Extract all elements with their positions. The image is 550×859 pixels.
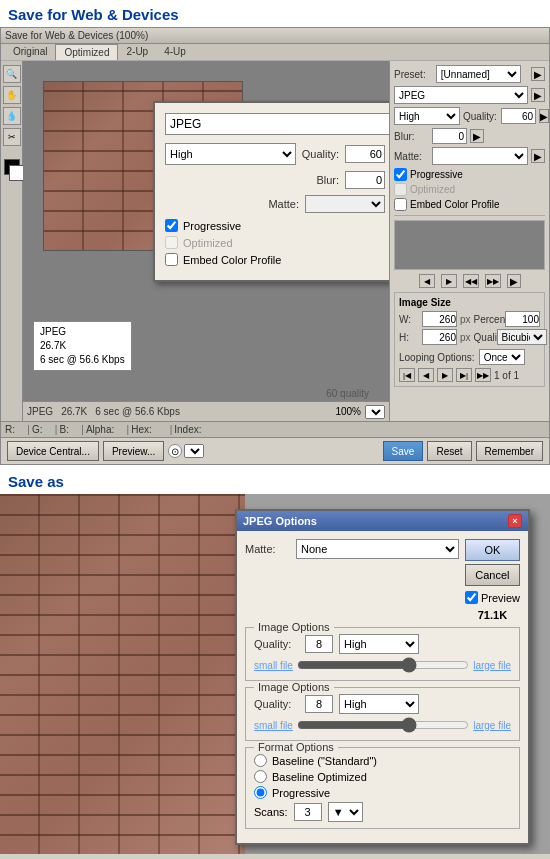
- sfw-window: Save for Web & Devices (100%) Original O…: [0, 27, 550, 465]
- dialog-quality-label: Quality:: [302, 148, 339, 160]
- progressive-radio[interactable]: [254, 786, 267, 799]
- optimized-checkbox[interactable]: [394, 183, 407, 196]
- preview-checkbox[interactable]: [465, 591, 478, 604]
- tab-2up[interactable]: 2-Up: [118, 44, 156, 60]
- device-central-button[interactable]: Device Central...: [7, 441, 99, 461]
- quality-select[interactable]: Low Medium High Very High Maximum: [394, 107, 460, 125]
- info-size: 26.7K: [40, 339, 125, 353]
- hand-tool[interactable]: ✋: [3, 86, 21, 104]
- matte-label-jod: Matte:: [245, 543, 290, 555]
- format-options-group: Format Options Baseline ("Standard") Bas…: [245, 747, 520, 829]
- quality-select-jod2[interactable]: Low Medium High Very High Maximum: [339, 694, 419, 714]
- embed-color-row: Embed Color Profile: [394, 198, 545, 211]
- jod-title-text: JPEG Options: [243, 515, 317, 527]
- r-value: [17, 424, 25, 435]
- quality-slider1[interactable]: [297, 658, 469, 672]
- dialog-format-select[interactable]: JPEG PNG-8 PNG-24 GIF: [165, 113, 389, 135]
- scans-label: Scans:: [254, 806, 288, 818]
- anim-prev-btn[interactable]: ◀: [418, 368, 434, 382]
- anim-last-btn[interactable]: ▶▶: [475, 368, 491, 382]
- reset-button[interactable]: Reset: [427, 441, 471, 461]
- ok-button[interactable]: OK: [465, 539, 520, 561]
- looping-select[interactable]: Once: [479, 349, 525, 365]
- matte-select-jod[interactable]: None: [296, 539, 459, 559]
- preview-button[interactable]: Preview...: [103, 441, 164, 461]
- sfw-section-title: Save for Web & Devices: [0, 0, 550, 27]
- anim-play-btn[interactable]: ▶: [437, 368, 453, 382]
- right-panel-expand[interactable]: ▶: [507, 274, 521, 288]
- percent-input[interactable]: [505, 311, 540, 327]
- jod-close-button[interactable]: ×: [508, 514, 522, 528]
- scans-input[interactable]: [294, 803, 322, 821]
- anim-next-btn[interactable]: ▶|: [456, 368, 472, 382]
- preset-expand-btn[interactable]: ▶: [531, 67, 545, 81]
- image-size-panel: Image Size W: px Percent: H: px Quality:…: [394, 292, 545, 387]
- preset-select[interactable]: [Unnamed]: [436, 65, 521, 83]
- dialog-quality-input[interactable]: [345, 145, 385, 163]
- scans-row: Scans: ▼: [254, 802, 511, 822]
- tab-4up[interactable]: 4-Up: [156, 44, 194, 60]
- baseline-opt-row: Baseline Optimized: [254, 770, 511, 783]
- progressive-row: Progressive: [394, 168, 545, 181]
- dialog-matte-select[interactable]: [305, 195, 385, 213]
- status-time: 6 sec @ 56.6 Kbps: [95, 406, 180, 417]
- quality-expand-btn[interactable]: ▶: [539, 109, 549, 123]
- jod-body: Matte: None OK Cancel Preview 71.1K: [237, 531, 528, 843]
- baseline-label: Baseline ("Standard"): [272, 755, 377, 767]
- index-value: [204, 424, 212, 435]
- animation-row: Looping Options: Once: [399, 349, 540, 365]
- display-select[interactable]: ▼: [184, 444, 204, 458]
- quality-input-jod1[interactable]: [305, 635, 333, 653]
- save-button[interactable]: Save: [383, 441, 424, 461]
- g-value: [45, 424, 53, 435]
- embed-color-checkbox[interactable]: [394, 198, 407, 211]
- preview-expand-btn1[interactable]: ◀: [419, 274, 435, 288]
- format-select[interactable]: JPEG PNG-8 PNG-24 GIF: [394, 86, 528, 104]
- jpeg-options-dialog: JPEG Options × Matte: None OK Cancel: [235, 509, 530, 845]
- anim-first-btn[interactable]: |◀: [399, 368, 415, 382]
- progressive-checkbox[interactable]: [394, 168, 407, 181]
- baseline-radio[interactable]: [254, 754, 267, 767]
- dialog-embed-checkbox[interactable]: [165, 253, 178, 266]
- save-as-content: JPEG Options × Matte: None OK Cancel: [0, 494, 550, 854]
- dialog-progressive-checkbox[interactable]: [165, 219, 178, 232]
- status-zoom-value: 100%: [335, 406, 361, 417]
- dialog-blur-input[interactable]: [345, 171, 385, 189]
- save-as-section-title: Save as: [0, 465, 550, 494]
- preview-expand-btn2[interactable]: ▶: [441, 274, 457, 288]
- jod-titlebar: JPEG Options ×: [237, 511, 528, 531]
- alpha-value: [116, 424, 124, 435]
- image-info-overlay: JPEG 26.7K 6 sec @ 56.6 Kbps: [33, 321, 132, 371]
- format-expand-btn[interactable]: ▶: [531, 88, 545, 102]
- height-label: H:: [399, 332, 419, 343]
- dialog-optimized-checkbox[interactable]: [165, 236, 178, 249]
- scans-select[interactable]: ▼: [328, 802, 363, 822]
- quality-badge: 60 quality: [326, 388, 369, 399]
- eyedropper-tool[interactable]: 💧: [3, 107, 21, 125]
- tab-optimized[interactable]: Optimized: [55, 44, 118, 60]
- matte-expand-btn[interactable]: ▶: [531, 149, 545, 163]
- resample-select[interactable]: Bicubic: [497, 329, 547, 345]
- matte-select[interactable]: [432, 147, 528, 165]
- height-row: H: px Quality: Bicubic: [399, 329, 540, 345]
- zoom-tool[interactable]: 🔍: [3, 65, 21, 83]
- status-zoom-select[interactable]: ▼: [365, 405, 385, 419]
- quality-select-jod1[interactable]: Low Medium High Very High Maximum: [339, 634, 419, 654]
- dialog-quality-select[interactable]: Low Medium High Very High Maximum: [165, 143, 296, 165]
- blur-expand-btn[interactable]: ▶: [470, 129, 484, 143]
- width-input[interactable]: [422, 311, 457, 327]
- quality-input-jod2[interactable]: [305, 695, 333, 713]
- height-input[interactable]: [422, 329, 457, 345]
- baseline-opt-radio[interactable]: [254, 770, 267, 783]
- quality-slider2[interactable]: [297, 718, 469, 732]
- cancel-button[interactable]: Cancel: [465, 564, 520, 586]
- tab-original[interactable]: Original: [5, 44, 55, 60]
- remember-button[interactable]: Remember: [476, 441, 543, 461]
- slice-tool[interactable]: ✂: [3, 128, 21, 146]
- quality-value-input[interactable]: [501, 108, 536, 124]
- preview-expand-btn4[interactable]: ▶▶: [485, 274, 501, 288]
- preview-expand-btn3[interactable]: ◀◀: [463, 274, 479, 288]
- optimized-row: Optimized: [394, 183, 545, 196]
- blur-input[interactable]: [432, 128, 467, 144]
- display-toggle-btn[interactable]: ⊙: [168, 444, 182, 458]
